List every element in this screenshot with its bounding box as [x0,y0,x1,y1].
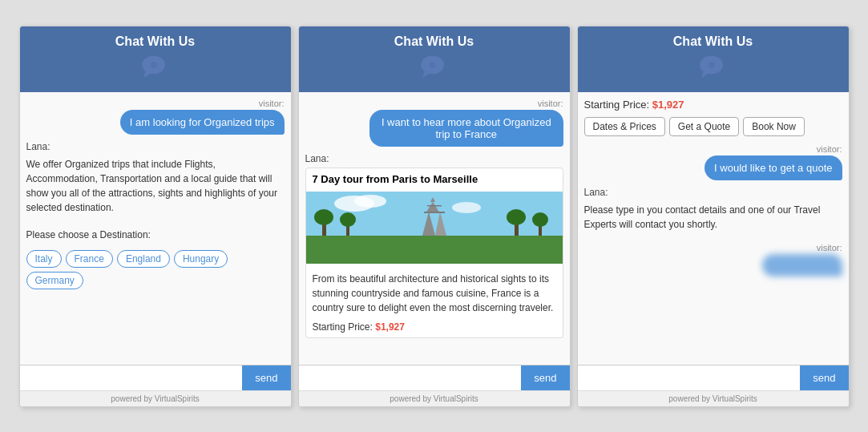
svg-rect-10 [306,236,563,264]
chat-input-1[interactable] [20,365,243,390]
dest-england[interactable]: England [117,250,170,268]
tour-desc-2: From its beautiful architecture and hist… [306,268,563,318]
visitor-label-1: visitor: [26,99,285,108]
visitor-label-2: visitor: [305,99,563,108]
visitor-label-3: visitor: [584,144,842,154]
tour-image-2 [306,192,563,264]
destinations-1: Italy France England Hungary Germany [26,250,285,289]
svg-point-12 [314,209,333,225]
lana-label-2: Lana: [305,153,563,164]
lana-label-1: Lana: [26,141,285,152]
powered-by-1: powered by VirtualSpirits [20,390,291,406]
choose-label-1: Please choose a Destination: [26,224,285,245]
lana-message-3: Lana: Please type in you contact details… [584,187,842,235]
chat-header-1: Chat With Us [20,26,291,92]
chat-widget-2: Chat With Us visitor: I want to hear mor… [298,26,571,407]
svg-rect-24 [427,205,442,207]
dest-hungary[interactable]: Hungary [174,250,228,268]
tour-price-label-2: Starting Price: [313,321,373,333]
lana-text-3: Please type in you contact details and o… [584,200,842,235]
dates-prices-button[interactable]: Dates & Prices [584,117,665,136]
chat-header-title-2: Chat With Us [394,34,474,49]
chat-input-area-1: send [20,365,291,390]
tour-price-2: Starting Price: $1,927 [306,318,563,337]
chat-icon-3 [697,52,729,84]
send-button-1[interactable]: send [242,365,290,390]
tour-price-value-2: $1,927 [375,321,405,333]
starting-price-label: Starting Price: $1,927 [584,99,842,111]
chat-icon-2 [418,52,450,84]
svg-point-18 [532,212,548,227]
chat-header-title-3: Chat With Us [673,34,753,49]
dest-germany[interactable]: Germany [26,272,83,289]
chat-input-3[interactable] [578,365,801,390]
chat-header-3: Chat With Us [578,26,849,92]
svg-point-16 [507,209,526,225]
tour-card-2: 7 Day tour from Paris to Marseille [305,168,563,338]
chat-widget-3: Chat With Us Starting Price: $1,927 Date… [577,26,850,407]
lana-label-3: Lana: [584,187,842,198]
chat-body-1: visitor: I am looking for Organized trip… [20,92,291,365]
svg-point-9 [452,202,481,213]
send-button-3[interactable]: send [800,365,848,390]
lana-message-1: Lana: We offer Organized trips that incl… [26,141,285,289]
get-quote-button[interactable]: Get a Quote [669,117,739,136]
visitor-message-3: I would like to get a quote [584,155,842,180]
visitor-message-2: I want to hear more about Organized trip… [305,110,563,147]
visitor-label-3b: visitor: [584,243,842,252]
visitor-bubble-3b-blurred [762,254,842,277]
chat-widget-1: Chat With Us visitor: I am looking for O… [19,26,292,407]
visitor-bubble-3: I would like to get a quote [704,155,842,180]
powered-by-2: powered by VirtualSpirits [299,390,570,406]
starting-price-value: $1,927 [652,99,684,111]
visitor-message-3b [584,254,842,277]
chat-icon-1 [139,52,172,84]
tour-title-2: 7 Day tour from Paris to Marseille [306,168,563,187]
chat-header-title-1: Chat With Us [115,34,195,49]
svg-point-8 [354,195,386,208]
book-now-button[interactable]: Book Now [743,117,805,136]
svg-point-27 [708,62,714,68]
lana-price-section: Starting Price: $1,927 Dates & Prices Ge… [584,99,842,136]
chat-widgets-container: Chat With Us visitor: I am looking for O… [11,18,858,415]
chat-input-2[interactable] [299,365,522,390]
svg-point-2 [150,62,156,68]
chat-header-2: Chat With Us [299,26,570,92]
starting-price-text: Starting Price: [584,99,650,111]
visitor-bubble-1: I am looking for Organized trips [120,110,285,135]
dest-italy[interactable]: Italy [26,250,62,268]
svg-point-5 [429,62,435,68]
svg-point-14 [340,212,356,227]
lana-text-1: We offer Organized trips that include Fl… [26,154,285,218]
chat-body-2: visitor: I want to hear more about Organ… [299,92,570,365]
chat-body-3: Starting Price: $1,927 Dates & Prices Ge… [578,92,849,365]
dest-france[interactable]: France [66,250,113,268]
chat-input-area-2: send [299,365,570,390]
visitor-bubble-2: I want to hear more about Organized trip… [369,110,563,147]
chat-input-area-3: send [578,365,849,390]
action-buttons: Dates & Prices Get a Quote Book Now [584,117,842,136]
lana-message-2: Lana: 7 Day tour from Paris to Marseille [305,153,563,338]
visitor-message-1: I am looking for Organized trips [26,110,285,135]
powered-by-3: powered by VirtualSpirits [578,390,849,406]
send-button-2[interactable]: send [521,365,569,390]
svg-rect-23 [424,212,445,213]
